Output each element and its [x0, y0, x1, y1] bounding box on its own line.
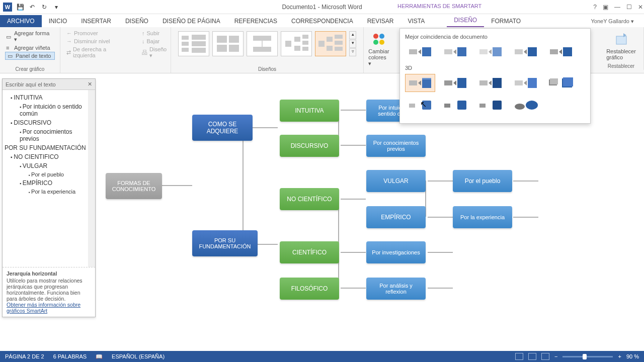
demote-button[interactable]: →Disminuir nivel: [65, 37, 131, 45]
zoom-in-icon[interactable]: +: [618, 353, 621, 359]
text-pane-scrollbar[interactable]: [88, 90, 95, 291]
status-page[interactable]: PÁGINA 2 DE 2: [5, 353, 44, 360]
view-web-icon[interactable]: [541, 353, 549, 360]
add-shape-button[interactable]: ▭Agregar forma ▾: [5, 29, 55, 44]
node-l3d[interactable]: EMPÍRICO: [366, 206, 426, 228]
style-thumb-3d-8[interactable]: [475, 96, 506, 114]
style-thumb-3d-2[interactable]: [440, 74, 470, 92]
layouts-gallery[interactable]: ▴ ▾ ▿: [176, 29, 358, 58]
status-proofing-icon[interactable]: 📖: [96, 353, 103, 360]
undo-icon[interactable]: ↶: [28, 3, 36, 11]
view-print-icon[interactable]: [528, 353, 536, 360]
layout-thumb-2[interactable]: [212, 31, 244, 56]
node-l3b[interactable]: Por conocimientos previos: [366, 135, 426, 157]
svg-rect-8: [217, 45, 227, 52]
node-l3f[interactable]: Por análisis y reflexion: [366, 278, 426, 300]
promote-button[interactable]: ←Promover: [65, 29, 131, 37]
node-l3c[interactable]: VULGAR: [366, 170, 426, 192]
view-read-icon[interactable]: [515, 353, 523, 360]
layout-thumb-5-selected[interactable]: [315, 31, 346, 56]
svg-marker-34: [453, 49, 456, 54]
text-pane-item[interactable]: Por intuición o sentido común: [5, 102, 93, 118]
add-bullet-button[interactable]: ≡Agregar viñeta: [5, 44, 55, 52]
svg-point-26: [379, 34, 384, 39]
gallery-more-icon[interactable]: ▿: [349, 48, 356, 56]
node-l2c[interactable]: NO CIENTÍFICO: [280, 188, 339, 210]
node-l2a[interactable]: INTUITIVA: [280, 100, 339, 122]
text-pane-item[interactable]: INTUITIVA: [5, 93, 93, 102]
user-account[interactable]: YoneY Gallardo ▾: [591, 18, 634, 25]
text-pane-item[interactable]: NO CIENTIFICO: [5, 152, 93, 161]
tab-design[interactable]: DISEÑO: [118, 15, 155, 27]
tab-page-layout[interactable]: DISEÑO DE PÁGINA: [155, 15, 227, 27]
node-l3e[interactable]: Por investigaciones: [366, 241, 426, 263]
node-root[interactable]: FORMAS DE CONOCIMIENTO: [106, 173, 162, 199]
text-pane-close-icon[interactable]: ✕: [88, 81, 92, 87]
style-thumb-flat-2[interactable]: [440, 43, 470, 61]
tab-smartart-format[interactable]: FORMATO: [484, 15, 528, 27]
change-colors-button[interactable]: Cambiar colores ▾: [369, 29, 389, 69]
rtl-button[interactable]: ⇄De derecha a izquierda: [65, 45, 131, 59]
qat-dropdown-icon[interactable]: ▾: [52, 3, 60, 11]
svg-rect-29: [616, 36, 626, 44]
tab-home[interactable]: INICIO: [42, 15, 74, 27]
desc-link[interactable]: Obtener más información sobre gráficos S…: [7, 302, 80, 314]
minimize-icon[interactable]: —: [614, 4, 620, 11]
text-pane-item[interactable]: DISCURSIVO: [5, 118, 93, 127]
tab-insert[interactable]: INSERTAR: [74, 15, 118, 27]
gallery-up-icon[interactable]: ▴: [349, 31, 356, 39]
status-language[interactable]: ESPAÑOL (ESPAÑA): [112, 353, 165, 360]
tab-mailings[interactable]: CORRESPONDENCIA: [284, 15, 360, 27]
help-icon[interactable]: ?: [593, 4, 597, 11]
zoom-out-icon[interactable]: −: [554, 353, 557, 359]
text-pane-body[interactable]: INTUITIVA Por intuición o sentido común …: [3, 90, 95, 251]
style-thumb-3d-6[interactable]: [405, 96, 435, 114]
node-l4b[interactable]: Por la experiencia: [453, 206, 512, 228]
text-pane-item[interactable]: Por el pueblo: [5, 170, 93, 178]
zoom-slider[interactable]: [562, 356, 613, 357]
layout-button[interactable]: 品Diseño ▾: [141, 45, 166, 60]
text-pane-item[interactable]: Por la experiencia: [5, 188, 93, 196]
style-thumb-flat-3[interactable]: [475, 43, 506, 61]
node-l4a[interactable]: Por el pueblo: [453, 170, 512, 192]
node-l2d[interactable]: CIENTÍFICO: [280, 241, 339, 263]
layout-thumb-1[interactable]: [178, 31, 209, 56]
tab-view[interactable]: VISTA: [400, 15, 432, 27]
text-pane-button[interactable]: ▭Panel de texto: [5, 52, 55, 60]
redo-icon[interactable]: ↻: [40, 3, 48, 11]
style-thumb-flat-1[interactable]: [405, 43, 435, 61]
style-thumb-3d-3[interactable]: [475, 74, 506, 92]
svg-rect-59: [550, 78, 558, 84]
save-icon[interactable]: 💾: [16, 3, 24, 11]
gallery-down-icon[interactable]: ▾: [349, 40, 356, 48]
ribbon-display-icon[interactable]: ▣: [603, 4, 608, 11]
style-thumb-flat-4[interactable]: [511, 43, 541, 61]
layout-thumb-4[interactable]: [281, 31, 312, 56]
text-pane-item[interactable]: EMPÍRICO: [5, 178, 93, 188]
style-thumb-3d-5[interactable]: [546, 74, 576, 92]
zoom-level[interactable]: 90 %: [626, 353, 639, 359]
tab-smartart-design[interactable]: DISEÑO: [447, 14, 484, 27]
tab-references[interactable]: REFERENCIAS: [227, 15, 284, 27]
node-l2e[interactable]: FILOSÓFICO: [280, 278, 339, 300]
move-down-button[interactable]: ↓Bajar: [141, 37, 166, 45]
style-thumb-flat-5[interactable]: [546, 43, 576, 61]
node-l1b[interactable]: POR SU FUNDAMENTACIÓN: [192, 230, 258, 256]
node-l2b[interactable]: DISCURSIVO: [280, 135, 339, 157]
text-pane-item[interactable]: VULGAR: [5, 161, 93, 170]
tab-review[interactable]: REVISAR: [360, 15, 401, 27]
maximize-icon[interactable]: ☐: [626, 4, 632, 11]
node-l1a[interactable]: COMO SE ADQUIERE: [192, 115, 253, 141]
style-thumb-3d-9[interactable]: [511, 96, 541, 114]
status-words[interactable]: 6 PALABRAS: [53, 353, 87, 360]
reset-graphic-button[interactable]: Restablecer gráfico: [604, 29, 638, 62]
style-thumb-3d-1[interactable]: [405, 74, 435, 92]
style-thumb-3d-4[interactable]: [511, 74, 541, 92]
text-pane-item[interactable]: POR SU FUNDAMENTACIÓN: [5, 143, 93, 152]
style-thumb-3d-7[interactable]: [440, 96, 470, 114]
tab-file[interactable]: ARCHIVO: [0, 15, 42, 27]
text-pane-item[interactable]: Por conocimientos previos: [5, 127, 93, 143]
close-icon[interactable]: ✕: [638, 4, 643, 11]
layout-thumb-3[interactable]: [247, 31, 278, 56]
move-up-button[interactable]: ↑Subir: [141, 29, 166, 37]
